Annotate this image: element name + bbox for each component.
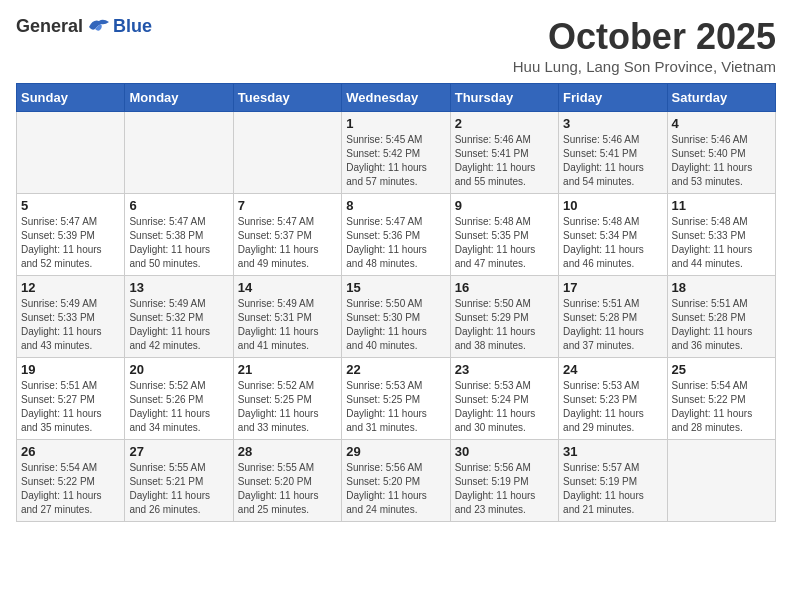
- weekday-header-saturday: Saturday: [667, 84, 775, 112]
- calendar-cell: 2Sunrise: 5:46 AM Sunset: 5:41 PM Daylig…: [450, 112, 558, 194]
- day-number: 15: [346, 280, 445, 295]
- day-number: 12: [21, 280, 120, 295]
- calendar-cell: 7Sunrise: 5:47 AM Sunset: 5:37 PM Daylig…: [233, 194, 341, 276]
- calendar-cell: 14Sunrise: 5:49 AM Sunset: 5:31 PM Dayli…: [233, 276, 341, 358]
- calendar-cell: 4Sunrise: 5:46 AM Sunset: 5:40 PM Daylig…: [667, 112, 775, 194]
- calendar-cell: 15Sunrise: 5:50 AM Sunset: 5:30 PM Dayli…: [342, 276, 450, 358]
- day-info: Sunrise: 5:49 AM Sunset: 5:32 PM Dayligh…: [129, 297, 228, 353]
- calendar-cell: 10Sunrise: 5:48 AM Sunset: 5:34 PM Dayli…: [559, 194, 667, 276]
- calendar-cell: 13Sunrise: 5:49 AM Sunset: 5:32 PM Dayli…: [125, 276, 233, 358]
- weekday-header-wednesday: Wednesday: [342, 84, 450, 112]
- calendar-cell: 26Sunrise: 5:54 AM Sunset: 5:22 PM Dayli…: [17, 440, 125, 522]
- weekday-header-thursday: Thursday: [450, 84, 558, 112]
- calendar-cell: 28Sunrise: 5:55 AM Sunset: 5:20 PM Dayli…: [233, 440, 341, 522]
- day-number: 4: [672, 116, 771, 131]
- day-info: Sunrise: 5:48 AM Sunset: 5:34 PM Dayligh…: [563, 215, 662, 271]
- weekday-header-sunday: Sunday: [17, 84, 125, 112]
- weekday-header-monday: Monday: [125, 84, 233, 112]
- day-info: Sunrise: 5:49 AM Sunset: 5:33 PM Dayligh…: [21, 297, 120, 353]
- day-number: 10: [563, 198, 662, 213]
- calendar-week-1: 1Sunrise: 5:45 AM Sunset: 5:42 PM Daylig…: [17, 112, 776, 194]
- calendar-cell: 18Sunrise: 5:51 AM Sunset: 5:28 PM Dayli…: [667, 276, 775, 358]
- day-number: 13: [129, 280, 228, 295]
- day-info: Sunrise: 5:52 AM Sunset: 5:25 PM Dayligh…: [238, 379, 337, 435]
- weekday-header-row: SundayMondayTuesdayWednesdayThursdayFrid…: [17, 84, 776, 112]
- calendar-cell: 9Sunrise: 5:48 AM Sunset: 5:35 PM Daylig…: [450, 194, 558, 276]
- weekday-header-tuesday: Tuesday: [233, 84, 341, 112]
- day-info: Sunrise: 5:54 AM Sunset: 5:22 PM Dayligh…: [672, 379, 771, 435]
- day-number: 22: [346, 362, 445, 377]
- calendar-cell: 19Sunrise: 5:51 AM Sunset: 5:27 PM Dayli…: [17, 358, 125, 440]
- day-number: 11: [672, 198, 771, 213]
- logo: General Blue: [16, 16, 152, 37]
- day-info: Sunrise: 5:53 AM Sunset: 5:24 PM Dayligh…: [455, 379, 554, 435]
- day-info: Sunrise: 5:47 AM Sunset: 5:39 PM Dayligh…: [21, 215, 120, 271]
- page-header: General Blue October 2025 Huu Lung, Lang…: [16, 16, 776, 75]
- day-number: 1: [346, 116, 445, 131]
- calendar-cell: 23Sunrise: 5:53 AM Sunset: 5:24 PM Dayli…: [450, 358, 558, 440]
- calendar-cell: 30Sunrise: 5:56 AM Sunset: 5:19 PM Dayli…: [450, 440, 558, 522]
- day-number: 19: [21, 362, 120, 377]
- day-info: Sunrise: 5:51 AM Sunset: 5:27 PM Dayligh…: [21, 379, 120, 435]
- day-number: 18: [672, 280, 771, 295]
- day-number: 17: [563, 280, 662, 295]
- calendar-cell: 1Sunrise: 5:45 AM Sunset: 5:42 PM Daylig…: [342, 112, 450, 194]
- day-info: Sunrise: 5:55 AM Sunset: 5:21 PM Dayligh…: [129, 461, 228, 517]
- day-number: 25: [672, 362, 771, 377]
- calendar-cell: 24Sunrise: 5:53 AM Sunset: 5:23 PM Dayli…: [559, 358, 667, 440]
- day-info: Sunrise: 5:53 AM Sunset: 5:23 PM Dayligh…: [563, 379, 662, 435]
- day-info: Sunrise: 5:47 AM Sunset: 5:38 PM Dayligh…: [129, 215, 228, 271]
- day-info: Sunrise: 5:52 AM Sunset: 5:26 PM Dayligh…: [129, 379, 228, 435]
- day-number: 7: [238, 198, 337, 213]
- day-number: 3: [563, 116, 662, 131]
- day-number: 20: [129, 362, 228, 377]
- day-info: Sunrise: 5:51 AM Sunset: 5:28 PM Dayligh…: [563, 297, 662, 353]
- month-title: October 2025: [513, 16, 776, 58]
- day-info: Sunrise: 5:56 AM Sunset: 5:20 PM Dayligh…: [346, 461, 445, 517]
- day-number: 29: [346, 444, 445, 459]
- day-number: 8: [346, 198, 445, 213]
- day-info: Sunrise: 5:56 AM Sunset: 5:19 PM Dayligh…: [455, 461, 554, 517]
- day-number: 30: [455, 444, 554, 459]
- calendar-cell: 22Sunrise: 5:53 AM Sunset: 5:25 PM Dayli…: [342, 358, 450, 440]
- title-block: October 2025 Huu Lung, Lang Son Province…: [513, 16, 776, 75]
- day-number: 27: [129, 444, 228, 459]
- logo-blue: Blue: [113, 16, 152, 37]
- calendar-cell: 21Sunrise: 5:52 AM Sunset: 5:25 PM Dayli…: [233, 358, 341, 440]
- calendar-table: SundayMondayTuesdayWednesdayThursdayFrid…: [16, 83, 776, 522]
- day-info: Sunrise: 5:50 AM Sunset: 5:29 PM Dayligh…: [455, 297, 554, 353]
- calendar-cell: 6Sunrise: 5:47 AM Sunset: 5:38 PM Daylig…: [125, 194, 233, 276]
- day-number: 6: [129, 198, 228, 213]
- calendar-cell: 31Sunrise: 5:57 AM Sunset: 5:19 PM Dayli…: [559, 440, 667, 522]
- day-info: Sunrise: 5:45 AM Sunset: 5:42 PM Dayligh…: [346, 133, 445, 189]
- calendar-cell: 12Sunrise: 5:49 AM Sunset: 5:33 PM Dayli…: [17, 276, 125, 358]
- calendar-cell: 8Sunrise: 5:47 AM Sunset: 5:36 PM Daylig…: [342, 194, 450, 276]
- day-info: Sunrise: 5:57 AM Sunset: 5:19 PM Dayligh…: [563, 461, 662, 517]
- day-info: Sunrise: 5:46 AM Sunset: 5:41 PM Dayligh…: [563, 133, 662, 189]
- calendar-week-3: 12Sunrise: 5:49 AM Sunset: 5:33 PM Dayli…: [17, 276, 776, 358]
- calendar-cell: 25Sunrise: 5:54 AM Sunset: 5:22 PM Dayli…: [667, 358, 775, 440]
- location-subtitle: Huu Lung, Lang Son Province, Vietnam: [513, 58, 776, 75]
- day-number: 31: [563, 444, 662, 459]
- calendar-week-5: 26Sunrise: 5:54 AM Sunset: 5:22 PM Dayli…: [17, 440, 776, 522]
- day-info: Sunrise: 5:48 AM Sunset: 5:35 PM Dayligh…: [455, 215, 554, 271]
- logo-general: General: [16, 16, 83, 37]
- day-info: Sunrise: 5:46 AM Sunset: 5:41 PM Dayligh…: [455, 133, 554, 189]
- calendar-week-2: 5Sunrise: 5:47 AM Sunset: 5:39 PM Daylig…: [17, 194, 776, 276]
- day-info: Sunrise: 5:54 AM Sunset: 5:22 PM Dayligh…: [21, 461, 120, 517]
- logo-bird-icon: [87, 17, 111, 37]
- calendar-cell: [17, 112, 125, 194]
- day-info: Sunrise: 5:53 AM Sunset: 5:25 PM Dayligh…: [346, 379, 445, 435]
- day-number: 16: [455, 280, 554, 295]
- calendar-week-4: 19Sunrise: 5:51 AM Sunset: 5:27 PM Dayli…: [17, 358, 776, 440]
- day-info: Sunrise: 5:47 AM Sunset: 5:37 PM Dayligh…: [238, 215, 337, 271]
- day-number: 5: [21, 198, 120, 213]
- calendar-cell: 27Sunrise: 5:55 AM Sunset: 5:21 PM Dayli…: [125, 440, 233, 522]
- calendar-cell: [667, 440, 775, 522]
- day-number: 28: [238, 444, 337, 459]
- day-number: 24: [563, 362, 662, 377]
- calendar-cell: 29Sunrise: 5:56 AM Sunset: 5:20 PM Dayli…: [342, 440, 450, 522]
- day-info: Sunrise: 5:49 AM Sunset: 5:31 PM Dayligh…: [238, 297, 337, 353]
- calendar-cell: 17Sunrise: 5:51 AM Sunset: 5:28 PM Dayli…: [559, 276, 667, 358]
- calendar-cell: 11Sunrise: 5:48 AM Sunset: 5:33 PM Dayli…: [667, 194, 775, 276]
